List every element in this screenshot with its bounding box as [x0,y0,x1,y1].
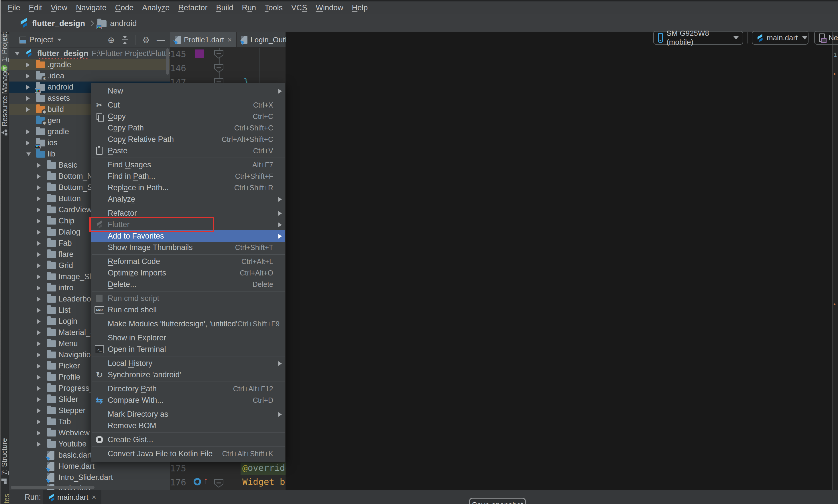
tree-row-intro-slider-dart[interactable]: Intro_Slider.dart [8,472,170,483]
expand-arrow-icon[interactable] [37,442,41,447]
tree-row-home-dart[interactable]: Home.dart [8,461,170,472]
project-view-title[interactable]: Project [29,35,53,44]
expand-arrow-icon[interactable] [37,386,41,391]
expand-arrow-icon[interactable] [27,152,31,156]
expand-arrow-icon[interactable] [37,409,41,413]
hide-panel-icon[interactable]: — [157,36,165,44]
menubar-item-navigate[interactable]: Navigate [72,1,111,14]
menu-item-add-to-favorites[interactable]: Add to Favorites [91,230,285,242]
breadcrumb-folder[interactable]: android [110,19,137,28]
close-tab-icon[interactable]: × [227,35,232,44]
expand-arrow-icon[interactable] [37,286,41,290]
menu-item-open-in-terminal[interactable]: >_Open in Terminal [91,344,285,355]
dropdown-arrow-icon[interactable] [57,39,61,41]
expand-arrow-icon[interactable] [15,52,19,55]
expand-arrow-icon[interactable] [27,130,30,134]
expand-arrow-icon[interactable] [37,330,41,335]
tree-root-label[interactable]: flutter_design [37,49,88,58]
menubar-item-help[interactable]: Help [348,1,372,14]
menu-item-flutter[interactable]: Flutter [91,219,285,230]
expand-arrow-icon[interactable] [37,219,41,223]
menu-item-run-cmd-script[interactable]: Run cmd script [91,293,285,304]
menu-item-cut[interactable]: ✂CutCtrl+X [91,99,285,111]
partial-popup-button[interactable]: Save snapshot [469,498,526,504]
expand-arrow-icon[interactable] [37,431,41,435]
toolwindow-tab-fragment[interactable]: tes [2,492,11,504]
expand-arrow-icon[interactable] [37,197,41,201]
menubar-item-edit[interactable]: Edit [24,1,47,14]
expand-arrow-icon[interactable] [37,174,41,179]
expand-arrow-icon[interactable] [37,420,41,424]
expand-arrow-icon[interactable] [37,308,41,313]
menu-item-convert-java-file-to-kotlin-file[interactable]: Convert Java File to Kotlin FileCtrl+Alt… [91,448,285,460]
menu-item-find-in-path-[interactable]: Find in Path...Ctrl+Shift+F [91,170,285,182]
expand-arrow-icon[interactable] [27,85,30,90]
menu-item-compare-with-[interactable]: ⇆Compare With...Ctrl+D [91,394,285,406]
expand-arrow-icon[interactable] [27,62,30,67]
menu-item-replace-in-path-[interactable]: Replace in Path...Ctrl+Shift+R [91,182,285,193]
menu-item-show-in-explorer[interactable]: Show in Explorer [91,332,285,344]
close-tab-icon[interactable]: × [92,493,96,502]
menu-item-optimize-imports[interactable]: Optimize ImportsCtrl+Alt+O [91,267,285,278]
menubar-item-analyze[interactable]: Analyze [138,1,174,14]
expand-arrow-icon[interactable] [37,397,41,402]
expand-arrow-icon[interactable] [37,185,41,190]
expand-arrow-icon[interactable] [37,252,41,257]
expand-arrow-icon[interactable] [27,74,30,78]
toolwindow-tab-structure[interactable]: 7: Structure [0,437,8,485]
expand-arrow-icon[interactable] [37,375,41,380]
implements-arrow-icon[interactable]: ↑ [203,475,208,486]
expand-arrow-icon[interactable] [27,141,30,145]
menubar-item-run[interactable]: Run [237,1,260,14]
tree-row--idea[interactable]: ✱.idea [8,70,170,82]
expand-arrow-icon[interactable] [37,342,41,346]
fold-marker-icon[interactable] [214,64,223,73]
device-selector-dropdown[interactable]: SM G925W8 (mobile) [653,31,743,44]
menu-item-analyze[interactable]: Analyze [91,193,285,205]
toolwindow-tab-resource-manager[interactable]: Resource Manager [0,65,9,137]
expand-arrow-icon[interactable] [37,353,41,357]
menubar-item-view[interactable]: View [46,1,72,14]
menu-item-directory-path[interactable]: Directory PathCtrl+Alt+F12 [91,383,285,394]
menu-item-run-cmd-shell[interactable]: CMDRun cmd shell [91,304,285,316]
menu-item-reformat-code[interactable]: Reformat CodeCtrl+Alt+L [91,256,285,267]
menu-item-synchronize-android-[interactable]: ↻Synchronize 'android' [91,369,285,380]
menu-item-paste[interactable]: PasteCtrl+V [91,145,285,157]
menu-item-copy[interactable]: CopyCtrl+C [91,111,285,122]
expand-arrow-icon[interactable] [37,241,41,246]
expand-arrow-icon[interactable] [37,275,41,279]
breadcrumb-project[interactable]: flutter_design [32,19,85,28]
collapse-all-icon[interactable] [121,36,128,44]
run-config-dropdown[interactable]: main.dart [752,31,808,44]
expand-arrow-icon[interactable] [37,208,41,212]
menu-item-make-modules-flutterdesign-untitled-[interactable]: Make Modules 'flutterdesign', 'untitled'… [91,318,285,329]
menu-item-copy-relative-path[interactable]: Copy Relative PathCtrl+Alt+Shift+C [91,133,285,145]
menu-item-remove-bom[interactable]: Remove BOM [91,420,285,431]
expand-arrow-icon[interactable] [37,230,41,235]
fold-marker-icon[interactable] [214,479,223,488]
expand-arrow-icon[interactable] [37,163,41,168]
tree-vertical-scrollbar[interactable] [166,48,169,75]
settings-gear-icon[interactable]: ⚙ [142,36,150,44]
run-tab-main-dart[interactable]: main.dart × [43,490,101,504]
tree-row--gradle[interactable]: .gradle [8,59,170,70]
expand-arrow-icon[interactable] [37,264,41,268]
layout-inspector-button[interactable]: Ne [814,31,838,44]
menubar-item-vcs[interactable]: VCS [287,1,312,14]
expand-arrow-icon[interactable] [37,297,41,302]
locate-file-icon[interactable]: ⊕ [108,36,115,44]
menu-item-new[interactable]: New [91,85,285,97]
menu-item-refactor[interactable]: Refactor [91,208,285,219]
menu-item-find-usages[interactable]: Find UsagesAlt+F7 [91,159,285,170]
menu-item-create-gist-[interactable]: Create Gist... [91,434,285,445]
menu-item-show-image-thumbnails[interactable]: Show Image ThumbnailsCtrl+Shift+T [91,242,285,253]
tree-row-root[interactable]: flutter_designF:\Flutter Project\Flutter… [8,48,170,59]
menubar-item-file[interactable]: File [3,1,24,14]
menubar-item-build[interactable]: Build [212,1,237,14]
menu-item-delete-[interactable]: Delete...Delete [91,278,285,290]
expand-arrow-icon[interactable] [37,364,41,368]
editor-tab-login-outline[interactable]: Login_Outli [237,32,286,47]
fold-marker-icon[interactable] [214,50,223,59]
menubar-item-code[interactable]: Code [111,1,138,14]
override-marker-icon[interactable] [193,478,201,485]
